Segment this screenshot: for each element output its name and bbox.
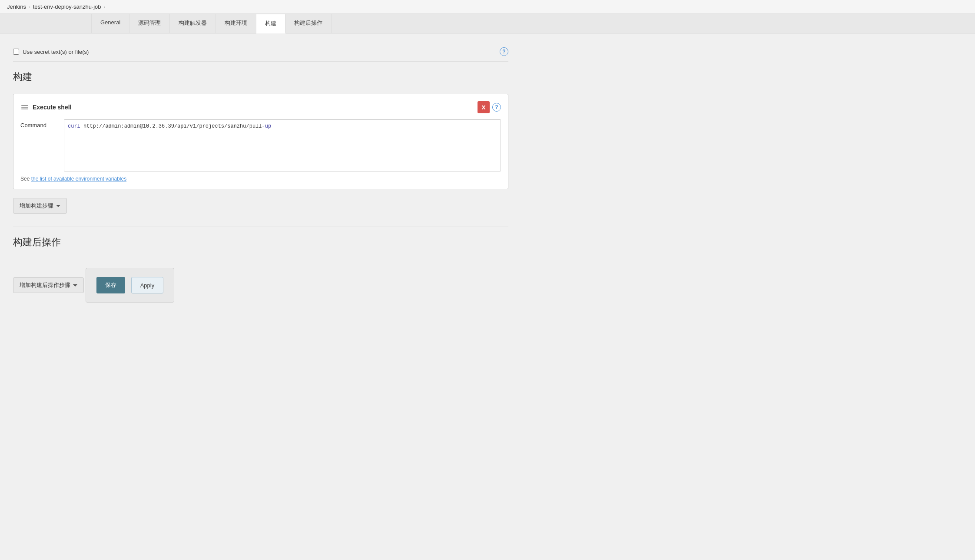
tab-source[interactable]: 源码管理 <box>129 14 170 33</box>
secret-checkbox-row: Use secret text(s) or file(s) ? <box>13 42 508 62</box>
breadcrumb-sep-1: › <box>29 4 30 10</box>
execute-shell-block: Execute shell x ? Command curl http://ad… <box>13 94 508 189</box>
add-build-step-button[interactable]: 增加构建步骤 <box>13 198 67 214</box>
drag-line-1 <box>21 105 28 106</box>
secret-checkbox-label: Use secret text(s) or file(s) <box>23 49 89 55</box>
command-curl: curl <box>68 123 80 129</box>
separator <box>13 227 508 227</box>
tab-env[interactable]: 构建环境 <box>216 14 256 33</box>
tab-triggers[interactable]: 构建触发器 <box>170 14 216 33</box>
drag-line-3 <box>21 109 28 109</box>
add-build-step-label: 增加构建步骤 <box>20 202 53 210</box>
tab-general[interactable]: General <box>91 14 129 33</box>
breadcrumb-sep-2: › <box>104 4 106 10</box>
tab-post[interactable]: 构建后操作 <box>285 14 332 33</box>
delete-shell-button[interactable]: x <box>478 101 490 113</box>
command-up: up <box>265 123 271 129</box>
build-section-title: 构建 <box>13 70 508 87</box>
apply-button[interactable]: Apply <box>131 277 164 293</box>
action-buttons-area: 保存 Apply <box>86 268 175 303</box>
command-label: Command <box>20 119 55 128</box>
shell-header-right: x ? <box>478 101 501 113</box>
command-row: Command curl http://admin:admin@10.2.36.… <box>20 119 501 171</box>
post-build-section-title: 构建后操作 <box>13 236 508 252</box>
execute-shell-title: Execute shell <box>33 104 72 111</box>
tab-build[interactable]: 构建 <box>256 14 285 33</box>
drag-handle[interactable] <box>20 104 29 110</box>
env-link-prefix: See <box>20 176 31 182</box>
job-link[interactable]: test-env-deploy-sanzhu-job <box>33 3 101 10</box>
env-vars-link[interactable]: the list of available environment variab… <box>31 176 126 182</box>
jenkins-home-link[interactable]: Jenkins <box>7 3 26 10</box>
command-url: http://admin:admin@10.2.36.39/api/v1/pro… <box>80 123 265 129</box>
add-build-step-arrow <box>56 205 60 207</box>
add-post-step-label: 增加构建后操作步骤 <box>20 281 70 289</box>
drag-line-2 <box>21 107 28 108</box>
shell-help-icon[interactable]: ? <box>492 103 501 112</box>
add-post-step-arrow <box>73 284 77 287</box>
content-area: Use secret text(s) or file(s) ? 构建 Execu… <box>0 33 521 315</box>
main-content: General 源码管理 构建触发器 构建环境 构建 构建后操作 Use sec… <box>0 14 975 560</box>
secret-help-icon[interactable]: ? <box>500 47 508 56</box>
env-link-row: See the list of available environment va… <box>20 176 501 182</box>
add-post-build-step-button[interactable]: 增加构建后操作步骤 <box>13 277 84 293</box>
secret-checkbox[interactable] <box>13 49 19 55</box>
command-display[interactable]: curl http://admin:admin@10.2.36.39/api/v… <box>64 119 501 171</box>
shell-title-area: Execute shell <box>20 104 72 111</box>
tabs-bar: General 源码管理 构建触发器 构建环境 构建 构建后操作 <box>0 14 975 33</box>
breadcrumb: Jenkins › test-env-deploy-sanzhu-job › <box>0 0 975 14</box>
shell-header: Execute shell x ? <box>20 101 501 113</box>
save-button[interactable]: 保存 <box>96 277 125 293</box>
